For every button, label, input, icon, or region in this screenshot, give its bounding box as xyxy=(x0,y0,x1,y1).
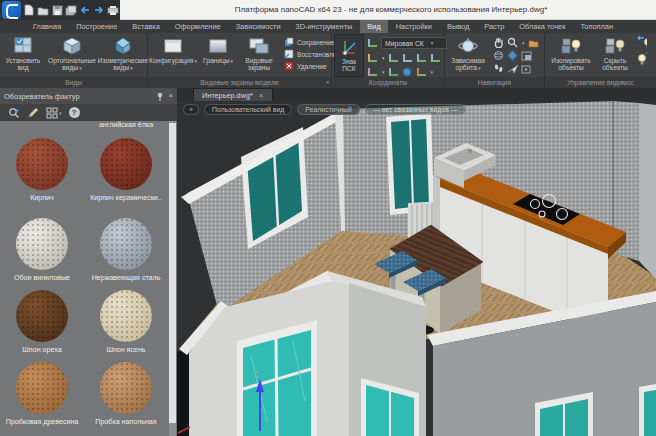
material-swatch[interactable] xyxy=(100,218,152,270)
new-file-button[interactable] xyxy=(23,3,35,17)
dependent-orbit-button[interactable]: Зависимая орбита▾ xyxy=(447,34,489,77)
z-axis-label: Z xyxy=(253,369,259,379)
iso-views-button[interactable]: Изометрические виды▾ xyxy=(98,34,148,77)
panel-scrollbar[interactable] xyxy=(169,121,176,436)
orbit-sphere-icon[interactable] xyxy=(493,50,504,61)
wcs-dropdown[interactable]: Мировая СК▾ xyxy=(381,37,447,49)
dropdown-arrow-icon: ▾ xyxy=(230,58,233,64)
save-all-button[interactable] xyxy=(65,3,77,17)
open-file-button[interactable] xyxy=(37,3,49,17)
materials-list: английская ёлка Кирпич Кирпич керамическ… xyxy=(0,121,168,436)
edit-material-icon[interactable] xyxy=(27,107,39,119)
zoom-icon[interactable] xyxy=(507,37,518,48)
group-caption-visibility: Управление видимос xyxy=(545,77,656,88)
ribbon-group-model-viewports: Конфигурация▾ Границы▾ Видовые экраны Со… xyxy=(148,33,332,88)
material-swatch[interactable] xyxy=(16,362,68,414)
pin-icon[interactable] xyxy=(156,92,164,101)
scrollbar-thumb[interactable] xyxy=(169,123,176,423)
viewport-visual-style-control[interactable]: Реалистичный xyxy=(297,104,359,115)
isolate-objects-button[interactable]: Изолировать объекты xyxy=(548,34,594,77)
group-caption-coordinates: Координаты xyxy=(332,77,444,88)
dropdown-arrow-icon: ▾ xyxy=(59,110,62,116)
dropdown-arrow-icon: ▾ xyxy=(79,65,82,71)
material-item[interactable]: Кирпич керамически.. xyxy=(84,138,168,203)
help-icon[interactable]: ? xyxy=(69,107,80,118)
model-viewport[interactable]: Z + Пользовательский вид Реалистичный — … xyxy=(177,101,656,436)
ucs-axis-icon[interactable] xyxy=(367,38,378,49)
material-item[interactable]: Кирпич xyxy=(0,138,84,203)
ucs-world-icon[interactable] xyxy=(388,66,399,77)
tab-vid[interactable]: Вид xyxy=(360,20,387,33)
dropdown-arrow-icon: ▾ xyxy=(382,69,385,75)
material-item[interactable]: Пробка напольная xyxy=(84,362,168,427)
material-item[interactable]: Шпон ореха xyxy=(0,290,84,355)
end-isolation-icon[interactable] xyxy=(636,36,647,47)
ortho-views-button[interactable]: Ортогональные виды▾ xyxy=(46,34,98,77)
document-tab[interactable]: Интерьер.dwg* × xyxy=(193,88,273,101)
redo-button[interactable] xyxy=(93,3,105,17)
viewports-button[interactable]: Видовые экраны xyxy=(238,34,280,77)
undo-button[interactable] xyxy=(79,3,91,17)
view-mode-button[interactable]: ▾ xyxy=(46,107,62,119)
tab-topoplan[interactable]: Топоплан xyxy=(573,20,620,33)
right-wall-column xyxy=(613,101,656,279)
material-swatch[interactable] xyxy=(100,362,152,414)
material-swatch[interactable] xyxy=(16,218,68,270)
ribbon-group-navigation: Зависимая орбита▾ ▾ xyxy=(445,33,545,88)
hide-objects-button[interactable]: Скрыть объекты xyxy=(596,34,634,77)
ucs-prev-icon[interactable] xyxy=(416,66,427,77)
set-view-button[interactable]: Установить вид xyxy=(0,34,46,77)
document-tab-close-icon[interactable]: × xyxy=(259,91,264,100)
ribbon-group-coordinates: Знак ПСК Мировая СК▾ ▾ ▾ xyxy=(332,33,445,88)
material-item[interactable]: Обои виниловые xyxy=(0,218,84,283)
panel-close-icon[interactable]: × xyxy=(168,92,173,100)
material-item[interactable]: Пробковая древесина xyxy=(0,362,84,427)
show-motion-icon[interactable] xyxy=(521,63,532,74)
tab-3d-instrumenty[interactable]: 3D-инструменты xyxy=(289,20,360,33)
tab-oformlenie[interactable]: Оформление xyxy=(168,20,228,33)
ucs-view-icon[interactable] xyxy=(367,66,378,77)
ucs-named-icon[interactable] xyxy=(367,52,378,63)
material-item[interactable]: Шпон ясень xyxy=(84,290,168,355)
show-all-icon[interactable] xyxy=(636,51,647,62)
ucs-object-icon[interactable] xyxy=(402,52,413,63)
nanocad-logo-icon[interactable] xyxy=(2,1,21,19)
material-swatch[interactable] xyxy=(100,138,152,190)
material-swatch[interactable] xyxy=(16,138,68,190)
material-label: Шпон ореха xyxy=(2,346,82,355)
walk-icon[interactable] xyxy=(493,63,504,74)
ucs-origin-icon[interactable] xyxy=(388,52,399,63)
material-swatch[interactable] xyxy=(100,290,152,342)
viewport-window-icon[interactable] xyxy=(521,50,532,61)
material-item[interactable]: Нержавеющая сталь xyxy=(84,218,168,283)
tab-vyvod[interactable]: Вывод xyxy=(440,20,476,33)
ucs-2point-icon[interactable] xyxy=(416,52,427,63)
print-button[interactable] xyxy=(107,3,119,17)
navigation-cube-icon[interactable] xyxy=(507,50,518,61)
save-button[interactable] xyxy=(51,3,63,17)
tab-rastr[interactable]: Растр xyxy=(477,20,511,33)
viewport-view-control[interactable]: Пользовательский вид xyxy=(204,104,292,115)
viewport-add-control[interactable]: + xyxy=(183,104,199,115)
tab-postroenie[interactable]: Построение xyxy=(69,20,124,33)
set-view-icon xyxy=(12,36,34,56)
fly-icon[interactable] xyxy=(507,63,518,74)
hide-objects-icon xyxy=(604,36,626,56)
named-views-icon[interactable] xyxy=(528,37,539,48)
ucs-3point-icon[interactable] xyxy=(430,52,441,63)
ucs-sign-button[interactable]: Знак ПСК xyxy=(334,34,364,77)
viewport-configuration-button[interactable]: Конфигурация▾ xyxy=(148,34,198,77)
tab-glavnaya[interactable]: Главная xyxy=(26,20,68,33)
material-swatch[interactable] xyxy=(16,290,68,342)
dropdown-arrow-icon: ▾ xyxy=(130,65,133,71)
viewport-borders-button[interactable]: Границы▾ xyxy=(198,34,238,77)
saved-views-strip[interactable]: — нет связанных видов — xyxy=(365,104,466,115)
search-materials-icon[interactable] xyxy=(8,107,20,119)
tab-nastroyki[interactable]: Настройки xyxy=(389,20,439,33)
ucs-sphere-icon[interactable] xyxy=(402,66,413,77)
tab-vstavka[interactable]: Вставка xyxy=(125,20,166,33)
pan-hand-icon[interactable] xyxy=(493,37,504,48)
group-dropdown-icon[interactable]: ▾ xyxy=(326,77,329,88)
tab-zavisimosti[interactable]: Зависимости xyxy=(229,20,288,33)
tab-oblaka-tochek[interactable]: Облака точек xyxy=(512,20,572,33)
